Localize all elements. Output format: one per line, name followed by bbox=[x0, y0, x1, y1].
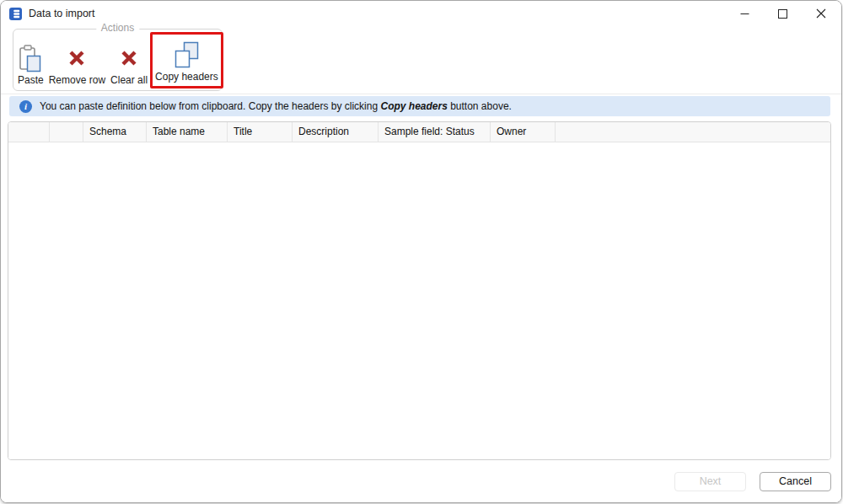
grid-header-schema[interactable]: Schema bbox=[83, 122, 147, 142]
info-icon: i bbox=[19, 100, 32, 113]
import-grid: Schema Table name Title Description Samp… bbox=[8, 121, 831, 460]
minimize-button[interactable] bbox=[726, 1, 764, 26]
grid-header-owner[interactable]: Owner bbox=[491, 122, 556, 142]
close-button[interactable] bbox=[802, 1, 840, 26]
grid-header-blank[interactable] bbox=[50, 122, 83, 142]
actions-group-buttons: Paste Remove row bbox=[15, 33, 220, 88]
copy-headers-button[interactable]: Copy headers bbox=[150, 32, 223, 88]
minimize-icon bbox=[740, 9, 749, 19]
paste-button-label: Paste bbox=[18, 74, 44, 86]
grid-header-title[interactable]: Title bbox=[228, 122, 293, 142]
cancel-button[interactable]: Cancel bbox=[760, 472, 831, 491]
remove-row-button-label: Remove row bbox=[49, 74, 105, 86]
window-title: Data to import bbox=[29, 8, 95, 19]
resize-grip-icon[interactable] bbox=[835, 496, 836, 497]
grid-header-description[interactable]: Description bbox=[293, 122, 379, 142]
paste-button[interactable]: Paste bbox=[15, 35, 46, 88]
grid-body-empty[interactable] bbox=[8, 142, 830, 460]
clear-all-button[interactable]: Clear all bbox=[108, 35, 150, 88]
info-text-emphasis: Copy headers bbox=[380, 100, 447, 112]
remove-row-button[interactable]: Remove row bbox=[46, 35, 108, 88]
grid-header-sample-field-status[interactable]: Sample field: Status bbox=[379, 122, 491, 142]
info-banner: i You can paste definition below from cl… bbox=[9, 96, 830, 116]
actions-group-label: Actions bbox=[96, 22, 139, 34]
close-icon bbox=[816, 8, 826, 19]
footer-bar: Next Cancel bbox=[1, 460, 841, 502]
info-text-before: You can paste definition below from clip… bbox=[40, 100, 380, 112]
toolbar: Actions Paste bbox=[1, 26, 841, 94]
next-button[interactable]: Next bbox=[674, 472, 746, 491]
info-text-after: button above. bbox=[448, 100, 512, 112]
grid-header-row: Schema Table name Title Description Samp… bbox=[8, 122, 830, 142]
database-stack-icon bbox=[9, 8, 22, 20]
maximize-icon bbox=[778, 9, 787, 19]
window-controls bbox=[726, 1, 840, 26]
actions-group: Actions Paste bbox=[13, 29, 223, 91]
clear-all-button-label: Clear all bbox=[110, 74, 148, 86]
grid-header-table-name[interactable]: Table name bbox=[147, 122, 228, 142]
copy-pages-icon bbox=[173, 41, 200, 69]
paste-clipboard-icon bbox=[19, 45, 41, 72]
grid-header-row-indicator[interactable] bbox=[8, 122, 50, 142]
maximize-button[interactable] bbox=[764, 1, 802, 26]
grid-header-filler bbox=[556, 122, 830, 142]
red-x-icon bbox=[121, 50, 137, 67]
red-x-icon bbox=[68, 50, 85, 67]
copy-headers-button-label: Copy headers bbox=[155, 71, 218, 83]
dialog-window: Data to import Actions bbox=[0, 0, 842, 503]
